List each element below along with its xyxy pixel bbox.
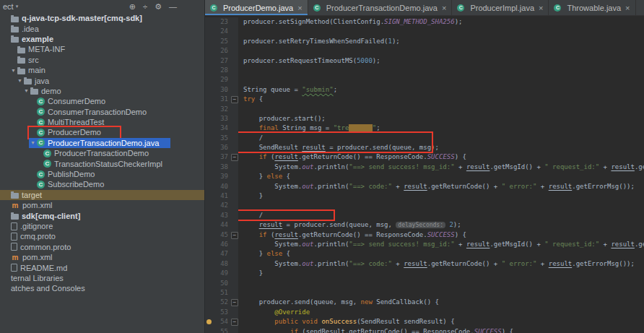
code-line-55[interactable]: 55 if (sendResult.getReturnCode() == Res… [205,327,644,333]
code-line-31[interactable]: 31try { [205,95,644,104]
locate-icon[interactable]: ⊕ [129,2,136,12]
tree-item-subscribedemo[interactable]: CSubscribeDemo [0,179,204,189]
expand-arrow-icon[interactable]: ▼ [29,140,37,145]
code-line-38[interactable]: 38 System.out.println("==> send success!… [205,163,644,172]
tree-item-atches-and-consoles[interactable]: atches and Consoles [0,283,204,293]
folder-icon [11,17,19,22]
tree-item-example[interactable]: example [0,34,204,44]
code-line-40[interactable]: 40 System.out.println("==> code:" + resu… [205,182,644,191]
code-line-43[interactable]: 43 / [205,211,644,220]
tree-item-src[interactable]: src [0,55,204,65]
settings-gear-icon[interactable]: ⚙ [155,2,162,12]
code-text: producer.setSignMethod(ClientConfig.SIGN… [238,17,462,27]
tree-item-gitignore[interactable]: .gitignore [0,221,204,231]
line-number: 47 [205,249,230,259]
class-icon: C [210,4,217,12]
code-line-53[interactable]: 53 @Override [205,308,644,317]
expand-arrow-icon[interactable]: ▼ [22,88,30,93]
tree-item-consumertransactiondemo[interactable]: CConsumerTransactionDemo [0,107,204,117]
collapse-all-icon[interactable]: ÷ [143,2,147,12]
code-line-24[interactable]: 24 [205,27,644,36]
editor-tab-producerimpl-java[interactable]: CProducerImpl.java× [452,0,549,15]
code-line-49[interactable]: 49 } [205,269,644,278]
code-line-44[interactable]: 44 result = producer.send(queue, msg, de… [205,220,644,230]
project-panel-title[interactable]: ect [3,2,14,11]
tree-item-pom-xml[interactable]: mpom.xml [0,252,204,262]
code-line-41[interactable]: 41 } [205,191,644,201]
close-tab-icon[interactable]: × [625,4,630,12]
hide-panel-icon[interactable]: — [169,2,177,12]
line-number: 44 [205,220,230,230]
tree-item-publishdemo[interactable]: CPublishDemo [0,169,204,179]
tree-item-target[interactable]: target [0,190,204,200]
tree-item-ternal-libraries[interactable]: ternal Libraries [0,273,204,283]
tree-item-pom-xml[interactable]: mpom.xml [0,200,204,210]
tree-item-java[interactable]: ▼java [0,75,204,85]
fold-spacer [230,46,238,56]
fold-icon[interactable] [230,152,238,162]
code-line-37[interactable]: 37 if (result.getReturnCode() == Respons… [205,152,644,162]
tree-item-q-java-tcp-sdk-master-cmq-sdk[interactable]: q-java-tcp-sdk-master [cmq-sdk] [0,13,204,23]
tree-item-producertransactiondemo[interactable]: CProducerTransactionDemo [0,148,204,158]
close-tab-icon[interactable]: × [297,4,302,12]
tree-item-sdk-cmq-client[interactable]: sdk [cmq-client] [0,210,204,220]
expand-arrow-icon[interactable]: ▼ [9,68,17,73]
code-line-29[interactable]: 29 [205,75,644,85]
tree-item-transactionstatuscheckerimpl[interactable]: CTransactionStatusCheckerImpl [0,158,204,168]
code-text: result = producer.send(queue, msg, delay… [238,220,461,230]
code-line-45[interactable]: 45 if (result.getReturnCode() == Respons… [205,230,644,240]
code-line-35[interactable]: 35 / [205,134,644,143]
line-number: 36 [205,143,230,152]
fold-icon[interactable] [230,230,238,240]
code-line-50[interactable]: 50 [205,279,644,288]
class-icon: C [313,4,321,12]
tree-item-main[interactable]: ▼main [0,65,204,75]
tree-item-producerdemo[interactable]: CProducerDemo [0,127,204,137]
expand-arrow-icon[interactable]: ▼ [16,78,24,83]
code-line-34[interactable]: 34 final String msg = "tre "; [205,124,644,133]
editor-tab-producertransactiondemo-java[interactable]: CProducerTransactionDemo.java× [308,0,453,15]
tree-item-readme-md[interactable]: README.md [0,262,204,272]
fold-icon[interactable] [230,95,238,104]
tree-item-label: example [22,35,53,43]
chevron-down-icon[interactable]: ▾ [16,4,19,9]
tree-item-meta-inf[interactable]: META-INF [0,44,204,54]
code-line-42[interactable]: 42 [205,201,644,210]
code-line-26[interactable]: 26 [205,46,644,56]
code-line-47[interactable]: 47 } else { [205,249,644,259]
tree-item-common-proto[interactable]: common.proto [0,242,204,252]
code-line-30[interactable]: 30String queue = "submin"; [205,85,644,95]
code-line-36[interactable]: 36 SendResult result = producer.send(que… [205,143,644,152]
code-line-27[interactable]: 27producer.setRequestTimeoutMS(5000); [205,56,644,66]
code-text: } [238,269,263,278]
tree-item-consumerdemo[interactable]: CConsumerDemo [0,96,204,106]
tree-item-idea[interactable]: .idea [0,23,204,33]
tab-label: ProducerTransactionDemo.java [326,4,438,12]
line-number: 55 [205,327,230,333]
close-tab-icon[interactable]: × [442,4,446,12]
tree-item-producertransactiondemo-java[interactable]: ▼CProducerTransactionDemo.java [0,138,204,148]
tree-item-label: ConsumerDemo [48,97,105,105]
code-line-51[interactable]: 51 [205,288,644,298]
editor-tab-throwable-java[interactable]: CThrowable.java× [549,0,635,15]
code-line-54[interactable]: 54 public void onSuccess(SendResult send… [205,317,644,326]
fold-icon[interactable] [230,298,238,307]
editor-tab-producerdemo-java[interactable]: CProducerDemo.java× [205,0,308,15]
code-line-28[interactable]: 28 [205,66,644,75]
fold-icon[interactable] [230,317,238,326]
tree-item-multithreadtest[interactable]: CMultiThreadTest [0,117,204,127]
tree-item-cmq-proto[interactable]: cmq.proto [0,231,204,241]
code-line-23[interactable]: 23producer.setSignMethod(ClientConfig.SI… [205,17,644,27]
line-number: 23 [205,17,230,27]
code-line-25[interactable]: 25producer.setRetryTimesWhenSendFailed(1… [205,37,644,46]
tree-item-label: src [28,56,39,64]
code-line-33[interactable]: 33 producer.start(); [205,114,644,124]
tree-item-demo[interactable]: ▼demo [0,86,204,96]
code-line-32[interactable]: 32 [205,105,644,114]
close-tab-icon[interactable]: × [539,4,543,12]
class-icon: C [43,150,51,157]
code-line-52[interactable]: 52 producer.send(queue, msg, new SendCal… [205,298,644,307]
code-line-39[interactable]: 39 } else { [205,172,644,181]
code-line-48[interactable]: 48 System.out.println("==> code:" + resu… [205,259,644,269]
code-line-46[interactable]: 46 System.out.println("==> send success!… [205,240,644,249]
